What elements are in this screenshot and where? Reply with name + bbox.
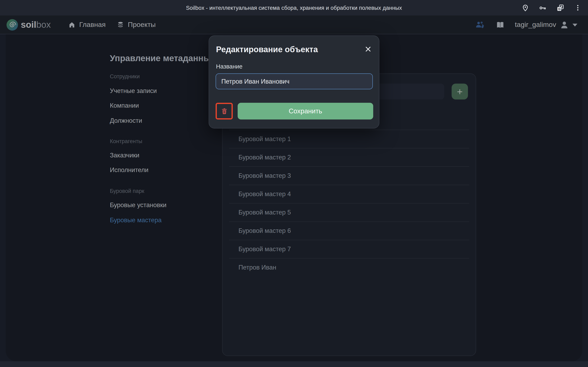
location-icon[interactable] — [518, 2, 532, 14]
name-field-label: Название — [216, 63, 242, 70]
key-icon[interactable] — [536, 2, 550, 14]
browser-title: Soilbox - интеллектуальная система сбора… — [0, 0, 588, 16]
kebab-menu-icon[interactable] — [571, 2, 585, 14]
save-button[interactable]: Сохранить — [238, 103, 373, 119]
trash-icon — [220, 107, 228, 115]
browser-titlebar: Soilbox - интеллектуальная система сбора… — [0, 0, 588, 16]
edit-object-modal: Редактирование объекта Название Сохранит… — [209, 35, 379, 128]
modal-title: Редактирование объекта — [216, 45, 318, 54]
svg-text:G: G — [558, 7, 561, 10]
translate-icon[interactable]: G — [553, 2, 567, 14]
browser-toolbar-icons: G — [518, 0, 585, 16]
screen: Soilbox - интеллектуальная система сбора… — [0, 0, 588, 367]
name-input[interactable] — [216, 73, 373, 89]
modal-actions: Сохранить — [216, 103, 373, 119]
delete-button[interactable] — [216, 103, 233, 119]
close-icon[interactable] — [363, 44, 373, 54]
